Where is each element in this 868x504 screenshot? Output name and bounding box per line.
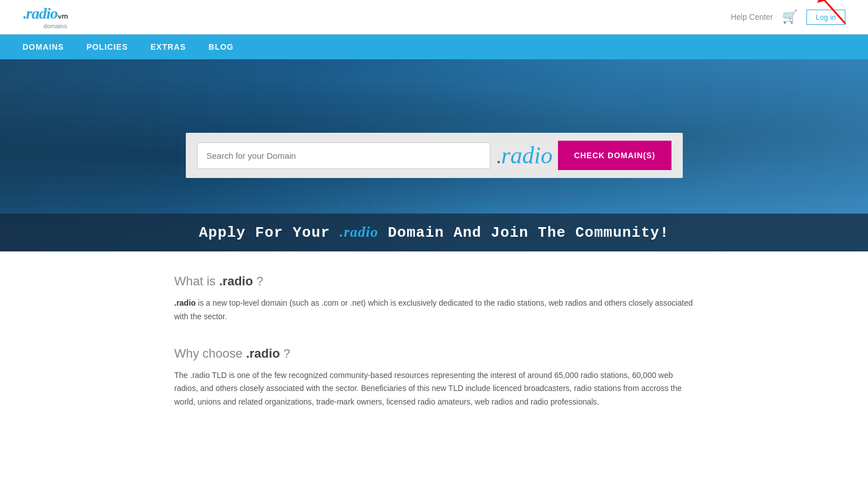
- logo-domains: domains: [23, 23, 67, 29]
- tld-name: radio: [501, 142, 552, 168]
- what-is-title: What is .radio ?: [175, 274, 694, 289]
- search-box: .radio CHECK DOMAIN(S): [186, 133, 683, 178]
- logo-squiggle: ᵥₘ: [58, 10, 67, 21]
- top-right-area: Help Center 🛒 Log in: [731, 10, 845, 25]
- what-is-prefix: What is: [175, 274, 219, 288]
- banner-prefix: Apply For Your: [199, 224, 339, 241]
- logo: .radioᵥₘ domains: [23, 5, 67, 29]
- check-domains-button[interactable]: CHECK DOMAIN(S): [558, 141, 671, 170]
- what-is-body: .radio is a new top-level domain (such a…: [175, 297, 694, 324]
- why-choose-suffix: ?: [280, 346, 290, 360]
- banner-tld: .radio: [339, 224, 378, 240]
- what-is-tld: .radio: [219, 274, 253, 288]
- what-is-body-tld: .radio: [175, 298, 196, 307]
- what-is-suffix: ?: [253, 274, 263, 288]
- hero-section: .radio CHECK DOMAIN(S) Apply For Your .r…: [0, 59, 868, 251]
- tld-label: .radio: [496, 142, 552, 169]
- hero-banner-text: Apply For Your .radio Domain And Join Th…: [199, 224, 669, 241]
- svg-marker-1: [817, 0, 826, 3]
- top-header: .radioᵥₘ domains Help Center 🛒 Log in: [0, 0, 868, 34]
- search-input[interactable]: [197, 142, 491, 169]
- why-choose-tld: .radio: [246, 346, 280, 360]
- nav-domains[interactable]: DOMAINS: [23, 42, 64, 51]
- nav-extras[interactable]: EXTRAS: [150, 42, 186, 51]
- what-is-section: What is .radio ? .radio is a new top-lev…: [175, 274, 694, 324]
- cart-icon[interactable]: 🛒: [782, 10, 797, 24]
- why-choose-prefix: Why choose: [175, 346, 246, 360]
- nav-policies[interactable]: POLICIES: [86, 42, 128, 51]
- logo-radio: radio: [26, 5, 58, 22]
- why-choose-section: Why choose .radio ? The .radio TLD is on…: [175, 346, 694, 409]
- why-choose-body: The .radio TLD is one of the few recogni…: [175, 369, 694, 409]
- banner-suffix: Domain And Join The Community!: [378, 224, 669, 241]
- nav-blog[interactable]: BLOG: [208, 42, 233, 51]
- hero-banner: Apply For Your .radio Domain And Join Th…: [0, 214, 868, 251]
- main-content: What is .radio ? .radio is a new top-lev…: [163, 251, 705, 466]
- what-is-body-text: is a new top-level domain (such as .com …: [175, 298, 693, 321]
- login-button[interactable]: Log in: [806, 10, 845, 25]
- why-choose-title: Why choose .radio ?: [175, 346, 694, 361]
- help-center-link[interactable]: Help Center: [731, 12, 773, 21]
- main-nav: DOMAINS POLICIES EXTRAS BLOG: [0, 34, 868, 59]
